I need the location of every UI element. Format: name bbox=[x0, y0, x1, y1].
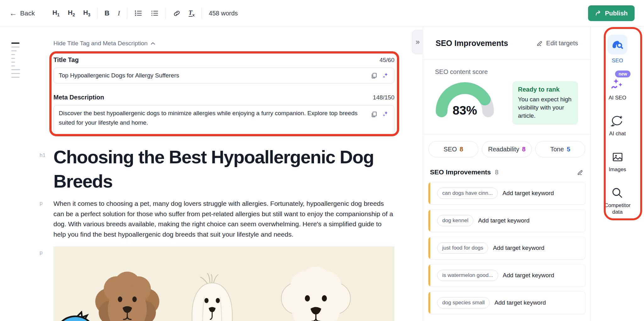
panel-collapse-button[interactable]: » bbox=[412, 30, 423, 54]
article-image-dogs-illustration[interactable] bbox=[53, 246, 394, 321]
article-heading[interactable]: Choosing the Best Hypoallergenic Dog Bre… bbox=[53, 145, 394, 193]
ai-chat-icon bbox=[611, 114, 624, 127]
heading3-button[interactable]: H3 bbox=[83, 9, 91, 17]
keyword-chip[interactable]: can dogs have cinn... bbox=[437, 188, 498, 199]
readability-score-pill[interactable]: Readability 8 bbox=[482, 141, 532, 157]
ready-to-rank-card: Ready to rank You can expect high visibi… bbox=[512, 81, 578, 125]
improvements-title: SEO Improvements bbox=[430, 168, 491, 176]
keyword-chip[interactable]: is watermelon good... bbox=[437, 270, 498, 281]
heading2-button[interactable]: H2 bbox=[68, 9, 75, 17]
keyword-chip[interactable]: dog kennel bbox=[437, 215, 473, 226]
improvement-action: Add target keyword bbox=[478, 217, 530, 224]
improvement-item[interactable]: dog kennel Add target keyword bbox=[428, 209, 586, 232]
rail-label-competitor-data: Competitor data bbox=[604, 202, 630, 215]
panel-title: SEO Improvements bbox=[436, 39, 508, 48]
chevrons-right-icon: » bbox=[416, 38, 420, 46]
chevron-up-icon bbox=[151, 42, 155, 45]
link-icon[interactable] bbox=[173, 9, 181, 17]
surfer-mascot bbox=[53, 311, 126, 321]
rail-label-ai-chat: AI chat bbox=[609, 130, 626, 137]
image-block-marker: p bbox=[40, 250, 42, 256]
document-editor[interactable]: Hide Title Tag and Meta Description Titl… bbox=[0, 27, 423, 321]
pencil-icon bbox=[537, 40, 543, 47]
publish-button[interactable]: Publish bbox=[588, 5, 635, 21]
ai-sparkles-icon[interactable] bbox=[382, 72, 389, 79]
improvement-action: Add target keyword bbox=[493, 245, 544, 251]
seo-score-gauge: 83% bbox=[435, 81, 495, 117]
toolbar-divider bbox=[166, 8, 166, 19]
search-icon bbox=[611, 187, 624, 199]
meta-description-input[interactable]: Discover the best hypoallergenic dogs to… bbox=[53, 105, 394, 134]
rail-item-competitor-data[interactable]: Competitor data bbox=[604, 187, 630, 215]
clear-formatting-icon[interactable]: Tx bbox=[189, 9, 195, 17]
score-label: SEO content score bbox=[435, 68, 578, 76]
improvement-action: Add target keyword bbox=[503, 272, 554, 279]
meta-description-label: Meta Description bbox=[53, 94, 104, 101]
seo-score-pill[interactable]: SEO 8 bbox=[428, 141, 478, 157]
heading1-button[interactable]: H1 bbox=[52, 9, 60, 17]
tools-rail: SEO new AI SEO AI chat bbox=[591, 27, 644, 321]
article-paragraph[interactable]: When it comes to choosing a pet, many do… bbox=[53, 199, 394, 239]
hide-title-meta-toggle[interactable]: Hide Title Tag and Meta Description bbox=[53, 40, 155, 47]
bold-button[interactable]: B bbox=[105, 9, 110, 17]
paragraph-block-marker: p bbox=[40, 200, 42, 206]
back-label: Back bbox=[20, 9, 35, 17]
ai-sparkles-icon[interactable] bbox=[382, 110, 389, 118]
copy-icon[interactable] bbox=[371, 72, 377, 79]
seo-score-section: SEO content score 83% Ready to rank You … bbox=[423, 60, 591, 134]
keyword-chip[interactable]: just food for dogs bbox=[437, 242, 488, 254]
edit-targets-button[interactable]: Edit targets bbox=[537, 40, 578, 47]
rail-item-ai-chat[interactable]: AI chat bbox=[609, 114, 626, 137]
toolbar-divider bbox=[127, 8, 127, 19]
back-button[interactable]: ← Back bbox=[9, 9, 35, 17]
copy-icon[interactable] bbox=[371, 111, 377, 118]
ai-sparkles-icon bbox=[611, 78, 624, 91]
rail-item-images[interactable]: Images bbox=[609, 151, 626, 173]
rail-item-seo[interactable]: SEO bbox=[608, 35, 627, 64]
title-tag-input[interactable]: Top Hypoallergenic Dogs for Allergy Suff… bbox=[53, 68, 394, 83]
improvement-action: Add target keyword bbox=[503, 190, 554, 197]
title-tag-label: Title Tag bbox=[53, 56, 79, 64]
improvement-action: Add target keyword bbox=[494, 299, 546, 306]
back-arrow-icon: ← bbox=[9, 9, 17, 17]
improvement-item[interactable]: is watermelon good... Add target keyword bbox=[428, 264, 586, 287]
editor-toolbar: ← Back H1 H2 H3 B I bbox=[0, 0, 644, 27]
improvement-item[interactable]: just food for dogs Add target keyword bbox=[428, 237, 586, 259]
improvement-item[interactable]: can dogs have cinn... Add target keyword bbox=[428, 182, 586, 205]
ready-text: You can expect high visibility with your… bbox=[518, 95, 572, 120]
improvements-count: 8 bbox=[495, 169, 498, 176]
toolbar-divider bbox=[97, 8, 98, 19]
improvement-list: can dogs have cinn... Add target keyword… bbox=[428, 182, 586, 314]
new-badge: new bbox=[615, 70, 630, 77]
improvement-item[interactable]: dog species small Add target keyword bbox=[428, 291, 586, 314]
dogs-illustration bbox=[53, 246, 394, 321]
pencil-icon[interactable] bbox=[577, 169, 584, 176]
rail-label-images: Images bbox=[609, 166, 626, 173]
meta-description-value[interactable]: Discover the best hypoallergenic dogs to… bbox=[59, 109, 366, 127]
italic-button[interactable]: I bbox=[118, 9, 120, 17]
h1-block-marker: h1 bbox=[40, 152, 46, 159]
ready-title: Ready to rank bbox=[518, 86, 572, 93]
toolbar-divider bbox=[201, 8, 202, 19]
seo-score-value: 83% bbox=[435, 104, 495, 117]
images-icon bbox=[611, 151, 624, 163]
keyword-chip[interactable]: dog species small bbox=[437, 297, 490, 308]
title-tag-value[interactable]: Top Hypoallergenic Dogs for Allergy Suff… bbox=[59, 71, 366, 80]
publish-arrow-icon bbox=[595, 10, 602, 17]
meta-description-counter: 148/150 bbox=[373, 94, 394, 101]
title-tag-counter: 45/60 bbox=[379, 57, 394, 64]
seo-active-tile bbox=[608, 35, 627, 54]
document-outline-widget[interactable] bbox=[11, 42, 20, 78]
surfer-logo-icon bbox=[612, 39, 623, 50]
main-area: Hide Title Tag and Meta Description Titl… bbox=[0, 27, 644, 321]
rail-label-ai-seo: AI SEO bbox=[608, 94, 626, 101]
word-count: 458 words bbox=[209, 10, 238, 17]
rail-label-seo: SEO bbox=[612, 57, 623, 64]
bullet-list-icon[interactable] bbox=[151, 9, 159, 17]
tone-score-pill[interactable]: Tone 5 bbox=[535, 141, 585, 157]
seo-panel: SEO Improvements Edit targets SEO conten… bbox=[423, 27, 591, 321]
score-pills: SEO 8 Readability 8 Tone 5 bbox=[428, 141, 585, 157]
rail-item-ai-seo[interactable]: new AI SEO bbox=[604, 70, 630, 101]
ordered-list-icon[interactable] bbox=[134, 9, 142, 17]
